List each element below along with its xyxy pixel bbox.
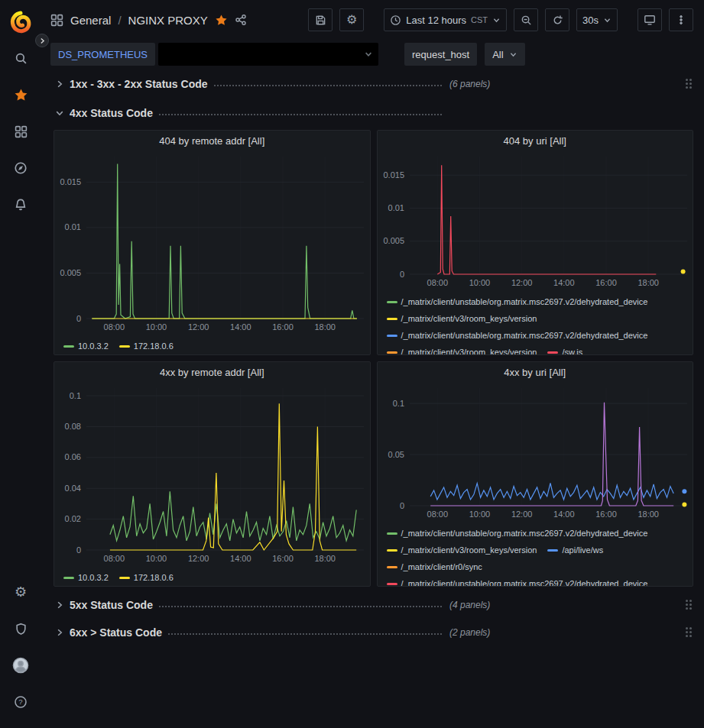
grafana-logo[interactable]	[0, 5, 41, 40]
chart-4xx-by-uri[interactable]: 00.050.108:0010:0012:0014:0016:0018:00	[378, 382, 693, 524]
cycle-view-button[interactable]	[637, 8, 662, 31]
legend-item[interactable]: 10.0.3.2	[63, 570, 109, 585]
sidebar-item-explore[interactable]	[0, 150, 41, 186]
search-icon[interactable]	[0, 40, 41, 76]
legend-item[interactable]: /_matrix/client/v3/room_keys/version	[387, 345, 537, 354]
row-4xx-status-code[interactable]: 4xx Status Code	[54, 102, 693, 124]
grafana-app: ⚙ ?	[0, 0, 704, 728]
svg-text:14:00: 14:00	[553, 278, 575, 287]
time-range-picker[interactable]: Last 12 hours CST	[384, 8, 507, 31]
legend-item[interactable]: /sw.js	[547, 345, 582, 354]
drag-handle-icon[interactable]	[684, 626, 693, 640]
panel-title[interactable]: 404 by uri [All]	[378, 131, 693, 150]
panel-title[interactable]: 404 by remote addr [All]	[54, 131, 370, 150]
request-host-selected: All	[492, 49, 503, 60]
row-1xx-3xx-2xx-status-code[interactable]: 1xx - 3xx - 2xx Status Code (6 panels)	[54, 73, 693, 95]
svg-text:12:00: 12:00	[511, 278, 532, 287]
legend-item[interactable]: 10.0.3.2	[63, 338, 109, 354]
chevron-down-icon	[492, 16, 501, 24]
svg-text:16:00: 16:00	[595, 510, 617, 519]
chevron-down-icon	[509, 50, 517, 59]
more-options-button[interactable]	[669, 8, 693, 31]
svg-text:18:00: 18:00	[314, 322, 336, 332]
svg-text:10:00: 10:00	[146, 554, 167, 563]
kebab-icon	[676, 14, 686, 26]
sidebar-item-help[interactable]: ?	[0, 684, 41, 720]
refresh-button[interactable]	[545, 8, 569, 31]
variable-datasource-label[interactable]: DS_PROMETHEUS	[50, 43, 155, 66]
chevron-down-icon	[364, 50, 373, 59]
chevron-right-icon	[39, 37, 46, 44]
zoom-out-icon	[521, 15, 532, 26]
panel-title[interactable]: 4xx by uri [All]	[378, 362, 693, 382]
chevron-down-icon	[54, 108, 66, 118]
variable-request-host-label[interactable]: request_host	[404, 43, 477, 66]
chart-404-by-uri[interactable]: 00.0050.010.01508:0010:0012:0014:0016:00…	[378, 150, 693, 293]
legend-item[interactable]: 172.18.0.6	[119, 338, 174, 354]
svg-text:14:00: 14:00	[230, 322, 251, 332]
drag-handle-icon[interactable]	[684, 599, 693, 613]
svg-text:0.01: 0.01	[388, 203, 404, 212]
grafana-logo-icon	[9, 11, 32, 34]
refresh-interval-dropdown[interactable]: 30s	[576, 8, 618, 31]
sidebar-item-profile[interactable]	[0, 647, 41, 684]
svg-text:0.015: 0.015	[60, 177, 81, 186]
dotted-leader	[168, 633, 442, 635]
chart-4xx-by-remote-addr[interactable]: 00.020.040.060.080.108:0010:0012:0014:00…	[54, 382, 370, 568]
svg-text:12:00: 12:00	[511, 510, 532, 519]
variable-datasource-value[interactable]	[158, 43, 378, 66]
panel-title[interactable]: 4xx by remote addr [All]	[54, 362, 370, 382]
dotted-leader	[159, 606, 442, 607]
legend-item[interactable]: /_matrix/client/v3/room_keys/version	[387, 311, 537, 326]
row-6xx-status-code[interactable]: 6xx > Status Code (2 panels)	[54, 622, 693, 643]
chart-404-by-remote-addr[interactable]: 00.0050.010.01508:0010:0012:0014:0016:00…	[54, 150, 370, 337]
panel-count: (2 panels)	[449, 627, 490, 638]
legend-item[interactable]: /_matrix/client/unstable/org.matrix.msc2…	[387, 294, 648, 309]
avatar	[12, 657, 29, 674]
star-icon[interactable]	[215, 14, 228, 27]
save-icon	[315, 15, 326, 26]
sidebar: ⚙ ?	[0, 0, 41, 728]
svg-text:0: 0	[399, 270, 404, 279]
row-title: 5xx Status Code	[70, 599, 153, 611]
breadcrumb-folder[interactable]: General	[70, 14, 111, 27]
legend-item[interactable]: /_matrix/client/r0/sync	[387, 559, 482, 574]
legend-item[interactable]: /_matrix/client/v3/room_keys/version	[387, 542, 537, 558]
share-icon[interactable]	[235, 14, 247, 26]
svg-text:12:00: 12:00	[188, 322, 209, 332]
svg-text:0: 0	[76, 545, 81, 555]
panel-404-by-remote-addr: 404 by remote addr [All] 00.0050.010.015…	[54, 130, 371, 355]
sidebar-expand-button[interactable]	[35, 34, 49, 47]
timezone-label: CST	[471, 15, 488, 24]
sidebar-item-server-admin[interactable]	[0, 610, 41, 647]
svg-text:0: 0	[399, 501, 404, 510]
main-area: General / NGINX PROXY ⚙	[41, 0, 704, 728]
sidebar-item-configuration[interactable]: ⚙	[0, 574, 41, 610]
sidebar-item-alerting[interactable]	[0, 186, 41, 223]
svg-text:0.005: 0.005	[383, 236, 404, 245]
row-title: 1xx - 3xx - 2xx Status Code	[70, 78, 208, 90]
dashboards-grid-icon	[15, 125, 28, 138]
sidebar-item-dashboards[interactable]	[0, 113, 41, 150]
drag-handle-icon[interactable]	[684, 78, 693, 92]
save-dashboard-button[interactable]	[308, 8, 333, 31]
svg-text:10:00: 10:00	[469, 510, 490, 519]
legend-item[interactable]: /_matrix/client/unstable/org.matrix.msc2…	[387, 526, 648, 541]
svg-text:12:00: 12:00	[188, 554, 209, 563]
legend-item[interactable]: /_matrix/client/unstable/org.matrix.msc2…	[387, 328, 648, 343]
variable-request-host-value[interactable]: All	[485, 43, 524, 66]
dotted-leader	[214, 85, 442, 86]
bell-icon	[14, 198, 28, 212]
dashboard-settings-button[interactable]: ⚙	[339, 8, 364, 31]
legend-item[interactable]: 172.18.0.6	[119, 570, 174, 585]
sidebar-item-starred[interactable]	[0, 76, 41, 113]
row-5xx-status-code[interactable]: 5xx Status Code (4 panels)	[54, 594, 693, 616]
zoom-out-button[interactable]	[514, 8, 538, 31]
breadcrumb: General / NGINX PROXY	[50, 14, 247, 27]
navbar-actions: ⚙ Last 12 hours CST	[308, 8, 693, 31]
svg-text:?: ?	[18, 697, 22, 706]
legend-item[interactable]: /api/live/ws	[547, 542, 603, 558]
dashboard-title[interactable]: NGINX PROXY	[128, 14, 208, 27]
row-title: 6xx > Status Code	[70, 626, 162, 639]
legend-item[interactable]: /_matrix/client/unstable/org.matrix.msc2…	[387, 576, 648, 586]
